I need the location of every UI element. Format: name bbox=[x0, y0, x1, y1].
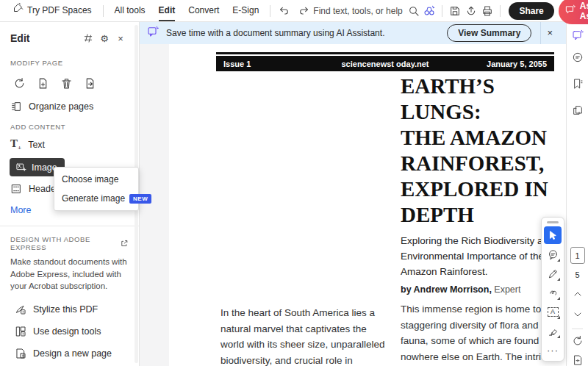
highlight-tool[interactable] bbox=[544, 322, 562, 340]
page-total-label: 5 bbox=[567, 270, 588, 279]
doc-issue-bar: Issue 1 sciencenewst oday.net January 5,… bbox=[216, 56, 554, 71]
tab-all-tools[interactable]: All tools bbox=[108, 0, 152, 21]
choose-image-menu-item[interactable]: Choose image bbox=[54, 170, 138, 189]
auto-adjust-icon[interactable] bbox=[80, 31, 96, 46]
doc-paragraph-right: This immense region is home to a stagger… bbox=[401, 301, 562, 366]
undo-icon[interactable] bbox=[275, 1, 294, 21]
adobe-express-description: Make standout documents with Adobe Expre… bbox=[0, 254, 139, 298]
close-panel-icon[interactable]: × bbox=[112, 31, 129, 46]
lasso-tool[interactable] bbox=[544, 284, 562, 301]
ai-summary-banner: Save time with a document summary using … bbox=[140, 22, 566, 44]
cursor-arrow-icon bbox=[548, 230, 559, 241]
rotate-view-icon[interactable] bbox=[569, 332, 587, 350]
rail-page-thumbnails-icon[interactable] bbox=[569, 101, 587, 119]
toolbar-divider bbox=[103, 5, 104, 17]
actual-size-icon[interactable] bbox=[569, 351, 587, 366]
toolbar-divider bbox=[270, 5, 270, 17]
palette-drag-handle[interactable] bbox=[547, 221, 559, 223]
comment-tool[interactable] bbox=[544, 245, 562, 263]
textbox-a-icon: A bbox=[548, 307, 559, 317]
edit-panel: Edit ⚙ × MODIFY PAGE Organize pages ADD … bbox=[0, 22, 140, 366]
rail-ai-assistant-icon[interactable] bbox=[569, 26, 587, 44]
doc-paragraph-left: In the heart of South America lies a nat… bbox=[220, 305, 392, 366]
add-text-tool[interactable]: A bbox=[544, 303, 562, 320]
view-summary-button[interactable]: View Summary bbox=[447, 24, 531, 42]
panel-title: Edit bbox=[10, 32, 80, 44]
toolbar-divider bbox=[500, 5, 501, 17]
ai-search-binoculars-icon[interactable] bbox=[422, 1, 438, 21]
pdf-page[interactable]: SCIENCE NEWS ARTICLE Issue 1 sciencenews… bbox=[169, 22, 566, 366]
draw-tool[interactable] bbox=[544, 265, 562, 282]
rail-divider bbox=[572, 329, 583, 329]
rail-comments-icon[interactable] bbox=[569, 49, 587, 66]
image-plus-icon bbox=[15, 162, 26, 173]
select-tool[interactable] bbox=[544, 226, 562, 244]
doc-byline: by Andrew Morrison, Expert bbox=[401, 284, 562, 295]
image-dropdown-menu: Choose image Generate image NEW bbox=[54, 167, 139, 211]
ai-chat-icon bbox=[565, 4, 576, 17]
new-badge: NEW bbox=[129, 194, 151, 204]
more-dots-icon: ··· bbox=[547, 345, 559, 356]
extract-page-icon[interactable] bbox=[81, 74, 98, 92]
gear-icon[interactable]: ⚙ bbox=[96, 31, 112, 46]
doc-site: sciencenewst oday.net bbox=[216, 60, 554, 68]
tab-edit[interactable]: Edit bbox=[152, 0, 182, 21]
share-button[interactable]: Share bbox=[509, 2, 553, 20]
top-toolbar: Try PDF Spaces All tools Edit Convert E-… bbox=[0, 0, 588, 22]
text-tool-item[interactable]: T+ Text bbox=[0, 134, 139, 156]
doc-rule bbox=[216, 52, 554, 54]
tab-convert[interactable]: Convert bbox=[182, 0, 226, 21]
redo-icon[interactable] bbox=[294, 1, 313, 21]
ai-assistant-icon bbox=[147, 26, 159, 40]
design-tools-icon bbox=[15, 326, 26, 337]
sidebar-divider bbox=[0, 226, 139, 226]
tab-esign[interactable]: E-Sign bbox=[226, 0, 265, 21]
page-number-input[interactable]: 1 bbox=[570, 247, 585, 264]
banner-close-icon[interactable]: × bbox=[540, 22, 559, 44]
quick-tools-palette: A ··· bbox=[541, 217, 564, 362]
ask-ai-assistant-button[interactable]: Ask AI Assistant bbox=[559, 0, 588, 24]
try-pdf-spaces-label: Try PDF Spaces bbox=[27, 0, 92, 21]
stylize-pdf-icon bbox=[15, 304, 26, 315]
next-page-icon[interactable] bbox=[569, 306, 587, 323]
previous-page-icon[interactable] bbox=[569, 285, 587, 303]
pdf-spaces-icon bbox=[12, 0, 24, 21]
add-content-label: ADD CONTENT bbox=[10, 123, 65, 131]
save-icon[interactable] bbox=[447, 1, 463, 21]
insert-page-icon[interactable] bbox=[34, 74, 51, 92]
stylize-pdf-item[interactable]: Stylize this PDF bbox=[0, 298, 139, 320]
acrobat-window: Try PDF Spaces All tools Edit Convert E-… bbox=[0, 0, 588, 366]
doc-headline: EARTH’S LUNGS: THE AMAZON RAINFOREST, EX… bbox=[401, 73, 562, 228]
print-icon[interactable] bbox=[479, 1, 495, 21]
text-plus-icon: T+ bbox=[10, 138, 21, 151]
document-workspace: SCIENCE NEWS ARTICLE Issue 1 sciencenews… bbox=[140, 22, 566, 366]
try-pdf-spaces-button[interactable]: Try PDF Spaces bbox=[6, 0, 98, 21]
organize-pages-icon bbox=[10, 101, 22, 112]
search-icon[interactable] bbox=[406, 1, 422, 21]
adobe-express-label: DESIGN WITH ADOBE EXPRESS bbox=[10, 235, 115, 251]
toolbar-divider bbox=[442, 5, 442, 17]
doc-subtitle: Exploring the Rich Biodiversity and Envi… bbox=[401, 233, 562, 279]
share-link-icon[interactable] bbox=[463, 1, 479, 21]
rotate-page-icon[interactable] bbox=[10, 74, 28, 92]
design-new-page-icon bbox=[15, 348, 26, 359]
more-tools[interactable]: ··· bbox=[544, 341, 562, 359]
delete-page-icon[interactable] bbox=[57, 74, 75, 92]
banner-message: Save time with a document summary using … bbox=[166, 28, 440, 38]
modify-page-label: MODIFY PAGE bbox=[10, 59, 63, 67]
use-design-tools-item[interactable]: Use design tools bbox=[0, 320, 139, 342]
design-new-page-item[interactable]: Design a new page bbox=[0, 342, 139, 365]
find-search-label[interactable]: Find text, tools, or help bbox=[313, 6, 405, 16]
external-link-icon[interactable] bbox=[121, 239, 129, 248]
right-rail: 1 5 bbox=[566, 22, 588, 366]
header-footer-icon bbox=[10, 183, 22, 195]
rail-bookmarks-icon[interactable] bbox=[569, 75, 587, 93]
generate-image-menu-item[interactable]: Generate image NEW bbox=[54, 189, 138, 208]
organize-pages-item[interactable]: Organize pages bbox=[0, 96, 139, 117]
